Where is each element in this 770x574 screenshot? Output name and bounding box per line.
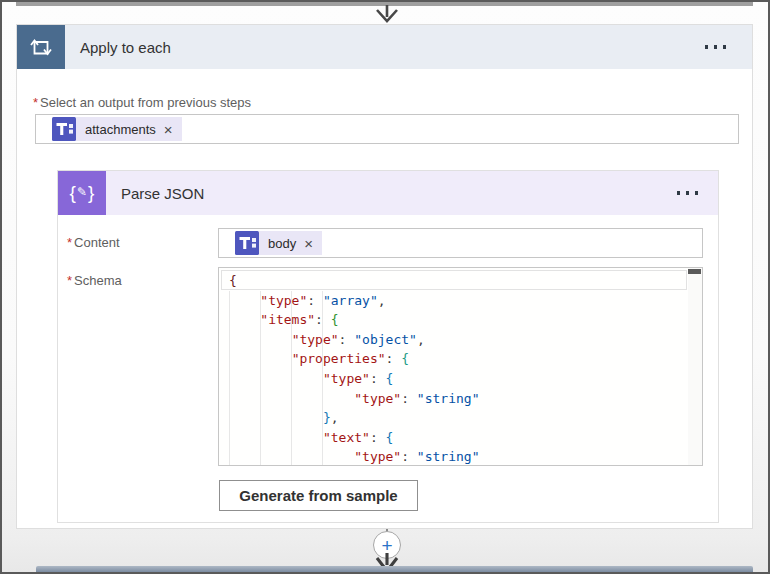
- schema-code-lines: { "type": "array", "items": { "type": "o…: [229, 271, 686, 466]
- select-output-label: *Select an output from previous steps: [33, 95, 251, 110]
- body-token[interactable]: body ×: [235, 231, 322, 255]
- schema-code-editor[interactable]: { "type": "array", "items": { "type": "o…: [218, 267, 703, 466]
- parse-json-menu-button[interactable]: [677, 191, 719, 195]
- arrow-down-icon: [373, 5, 401, 24]
- content-label: *Content: [67, 228, 120, 258]
- token-label: attachments: [85, 122, 156, 137]
- remove-token-icon[interactable]: ×: [164, 122, 173, 137]
- apply-to-each-card: Apply to each *Select an output from pre…: [16, 24, 753, 529]
- microsoft-teams-icon: [235, 231, 259, 255]
- parse-json-header[interactable]: {✎} Parse JSON: [58, 171, 718, 215]
- token-label: body: [268, 236, 296, 251]
- microsoft-teams-icon: [52, 117, 76, 141]
- generate-from-sample-button[interactable]: Generate from sample: [219, 480, 418, 511]
- attachments-token[interactable]: attachments ×: [52, 117, 182, 141]
- remove-token-icon[interactable]: ×: [304, 236, 313, 251]
- flow-designer-canvas: Apply to each *Select an output from pre…: [0, 0, 770, 574]
- content-input[interactable]: body ×: [218, 228, 703, 258]
- schema-label: *Schema: [67, 271, 122, 291]
- parse-json-card: {✎} Parse JSON *Content body: [57, 170, 719, 523]
- editor-scrollbar-thumb[interactable]: [688, 269, 701, 274]
- loop-icon: [17, 25, 65, 69]
- apply-to-each-title: Apply to each: [65, 39, 171, 56]
- editor-scrollbar-track: [688, 268, 702, 465]
- apply-to-each-menu-button[interactable]: [705, 45, 753, 49]
- next-card-edge: [36, 566, 753, 572]
- parse-json-title: Parse JSON: [106, 185, 204, 202]
- required-marker: *: [33, 95, 38, 110]
- apply-to-each-header[interactable]: Apply to each: [17, 25, 752, 69]
- select-output-input[interactable]: attachments ×: [35, 114, 739, 144]
- braces-pencil-icon: {✎}: [58, 171, 106, 215]
